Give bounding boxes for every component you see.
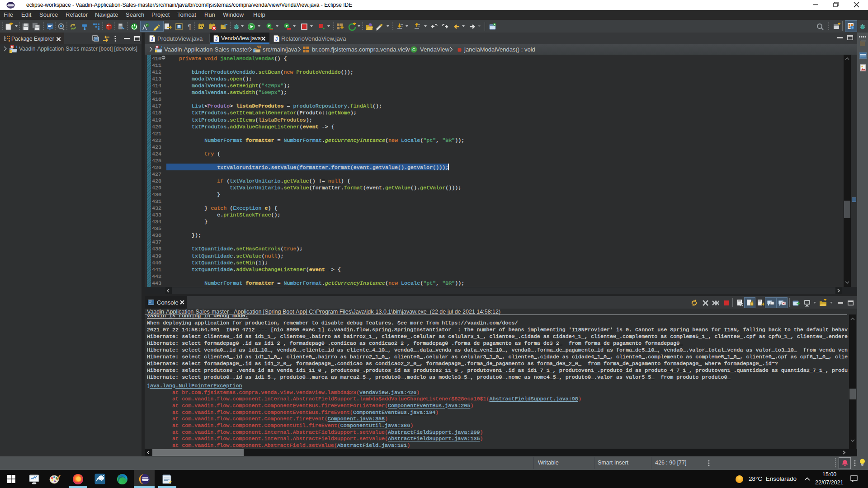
svg-text:C: C <box>412 47 415 52</box>
svg-text:M: M <box>11 45 13 48</box>
svg-text:C: C <box>146 23 149 27</box>
svg-text:¶: ¶ <box>188 23 191 30</box>
svg-text:J: J <box>215 36 217 42</box>
svg-text:J: J <box>151 36 153 42</box>
svg-text:J: J <box>160 46 163 50</box>
svg-text:i: i <box>254 50 255 52</box>
svg-text:!: ! <box>10 50 11 53</box>
svg-text:J: J <box>275 36 278 42</box>
svg-text:J: J <box>15 45 18 49</box>
svg-text:M: M <box>156 46 158 48</box>
